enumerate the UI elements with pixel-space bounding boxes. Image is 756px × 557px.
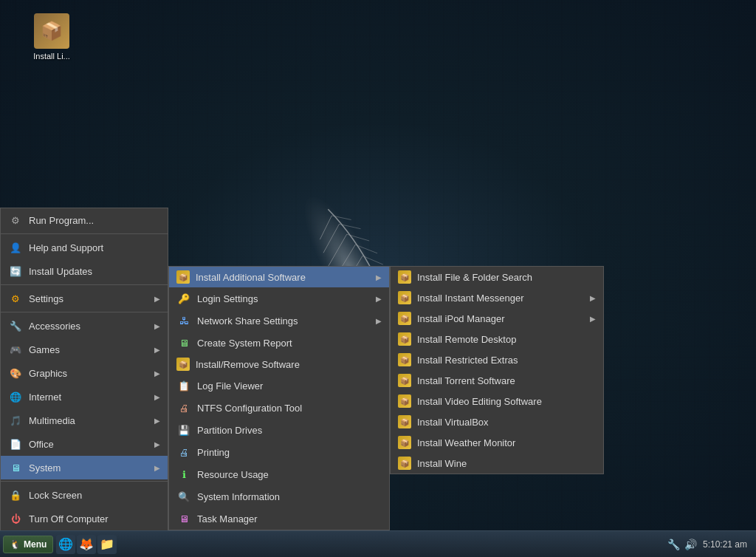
install-remove-icon: 📦: [176, 358, 190, 371]
submenu2-item-ipod[interactable]: 📦 Install iPod Manager ▶: [391, 308, 603, 329]
submenu-item-printing[interactable]: 🖨 Printing: [169, 441, 389, 463]
create-report-label: Create System Report: [197, 338, 292, 349]
login-settings-icon: 🔑: [176, 291, 191, 306]
video-editing-icon: 📦: [398, 394, 411, 408]
printing-icon: 🖨: [176, 445, 191, 459]
taskbar-right-area: 🔧 🔊 5:10:21 am: [667, 539, 753, 550]
multimedia-label: Multimedia: [29, 415, 75, 426]
install-updates-label: Install Updates: [29, 266, 92, 277]
start-menu: ⚙ Run Program... 👤 Help and Support 🔄 In…: [0, 208, 168, 530]
menu-item-turn-off[interactable]: ⏻ Turn Off Computer: [1, 507, 168, 530]
run-program-icon: ⚙: [8, 213, 23, 228]
accessories-icon: 🔧: [8, 318, 23, 333]
taskbar-icon-firefox[interactable]: 🦊: [77, 535, 96, 554]
weather-icon: 📦: [398, 436, 411, 449]
restricted-extras-label: Install Restricted Extras: [417, 355, 518, 366]
submenu2-item-restricted-extras[interactable]: 📦 Install Restricted Extras: [391, 349, 603, 370]
games-label: Games: [29, 344, 60, 355]
internet-label: Internet: [29, 392, 61, 403]
submenu2-item-torrent[interactable]: 📦 Install Torrent Software: [391, 370, 603, 391]
menu-item-install-updates[interactable]: 🔄 Install Updates: [1, 259, 168, 283]
lock-screen-label: Lock Screen: [29, 490, 82, 501]
menu-item-system[interactable]: 🖥 System ▶: [1, 456, 168, 479]
menu-divider-2: [1, 284, 168, 285]
remote-desktop-label: Install Remote Desktop: [417, 334, 516, 345]
menu-item-help[interactable]: 👤 Help and Support: [1, 236, 168, 259]
taskbar-icon-globe[interactable]: 🌐: [56, 535, 75, 554]
menu-item-office[interactable]: 📄 Office ▶: [1, 432, 168, 456]
settings-label: Settings: [29, 293, 63, 304]
network-share-icon: 🖧: [176, 313, 191, 328]
install-additional-arrow: ▶: [376, 273, 382, 281]
submenu-item-sysinfo[interactable]: 🔍 System Information: [169, 485, 389, 508]
lock-icon: 🔒: [8, 488, 23, 502]
games-arrow: ▶: [154, 346, 160, 354]
submenu-item-log-viewer[interactable]: 📋 Log File Viewer: [169, 375, 389, 397]
menu-label: Menu: [24, 539, 47, 550]
accessories-label: Accessories: [29, 321, 80, 332]
settings-icon: ⚙: [8, 291, 23, 306]
submenu-item-login-settings[interactable]: 🔑 Login Settings ▶: [169, 287, 389, 310]
desktop-icon-label: Install Li...: [33, 52, 70, 61]
submenu2-item-weather[interactable]: 📦 Install Weather Monitor: [391, 432, 603, 453]
menu-button[interactable]: 🐧 Menu: [3, 536, 53, 553]
system-icon: 🖥: [8, 460, 23, 475]
menu-item-games[interactable]: 🎮 Games ▶: [1, 338, 168, 361]
submenu2-item-wine[interactable]: 📦 Install Wine: [391, 453, 603, 474]
remote-desktop-icon: 📦: [398, 332, 411, 346]
messenger-arrow: ▶: [590, 294, 596, 302]
menu-item-run-program[interactable]: ⚙ Run Program...: [1, 208, 168, 232]
submenu-item-task-manager[interactable]: 🖥 Task Manager: [169, 508, 389, 530]
menu-item-settings[interactable]: ⚙ Settings ▶: [1, 287, 168, 310]
menu-item-accessories[interactable]: 🔧 Accessories ▶: [1, 314, 168, 338]
tray-icon-speaker[interactable]: 🔊: [684, 539, 697, 550]
menu-item-graphics[interactable]: 🎨 Graphics ▶: [1, 361, 168, 385]
install-remove-label: Install/Remove Software: [196, 359, 300, 370]
log-viewer-icon: 📋: [176, 378, 191, 393]
install-additional-label: Install Additional Software: [196, 272, 306, 283]
submenu2-item-virtualbox[interactable]: 📦 Install VirtualBox: [391, 411, 603, 432]
submenu-item-network-share[interactable]: 🖧 Network Share Settings ▶: [169, 310, 389, 332]
submenu-item-partition[interactable]: 💾 Partition Drives: [169, 419, 389, 441]
submenu-item-resource[interactable]: ℹ Resource Usage: [169, 463, 389, 485]
office-label: Office: [29, 439, 54, 450]
submenu2-item-messenger[interactable]: 📦 Install Instant Messenger ▶: [391, 287, 603, 308]
file-folder-icon: 📦: [398, 270, 411, 284]
multimedia-icon: 🎵: [8, 413, 23, 428]
ipod-arrow: ▶: [590, 315, 596, 323]
torrent-label: Install Torrent Software: [417, 375, 515, 386]
install-submenu: 📦 Install File & Folder Search 📦 Install…: [390, 266, 604, 474]
network-share-label: Network Share Settings: [197, 315, 298, 327]
system-tray: 🔧 🔊: [667, 539, 697, 550]
menu-item-multimedia[interactable]: 🎵 Multimedia ▶: [1, 409, 168, 432]
submenu2-item-file-folder[interactable]: 📦 Install File & Folder Search: [391, 267, 603, 287]
taskbar-icon-folder[interactable]: 📁: [97, 535, 117, 554]
games-icon: 🎮: [8, 342, 23, 357]
create-report-icon: 🖥: [176, 335, 191, 350]
accessories-arrow: ▶: [154, 322, 160, 330]
wine-icon: 📦: [398, 457, 411, 470]
submenu-item-install-remove[interactable]: 📦 Install/Remove Software: [169, 354, 389, 375]
submenu-item-install-additional[interactable]: 📦 Install Additional Software ▶: [169, 267, 389, 287]
messenger-label: Install Instant Messenger: [417, 293, 524, 304]
office-arrow: ▶: [154, 440, 160, 448]
wine-label: Install Wine: [417, 458, 467, 469]
submenu-item-ntfs[interactable]: 🖨 NTFS Configuration Tool: [169, 397, 389, 419]
internet-arrow: ▶: [154, 393, 160, 401]
desktop-icon-install[interactable]: 📦 Install Li...: [22, 13, 81, 61]
menu-divider-4: [1, 481, 168, 482]
login-settings-arrow: ▶: [376, 295, 382, 303]
submenu2-item-remote-desktop[interactable]: 📦 Install Remote Desktop: [391, 329, 603, 349]
run-program-label: Run Program...: [29, 215, 94, 226]
menu-divider-1: [1, 233, 168, 234]
menu-item-lock-screen[interactable]: 🔒 Lock Screen: [1, 483, 168, 507]
install-additional-icon: 📦: [176, 270, 190, 284]
submenu-item-create-report[interactable]: 🖥 Create System Report: [169, 332, 389, 354]
menu-divider-3: [1, 312, 168, 312]
ntfs-icon: 🖨: [176, 400, 191, 415]
system-submenu: 📦 Install Additional Software ▶ 🔑 Login …: [168, 266, 390, 530]
menu-item-internet[interactable]: 🌐 Internet ▶: [1, 385, 168, 409]
graphics-icon: 🎨: [8, 366, 23, 380]
partition-label: Partition Drives: [197, 425, 262, 436]
submenu2-item-video-editing[interactable]: 📦 Install Video Editing Software: [391, 391, 603, 411]
